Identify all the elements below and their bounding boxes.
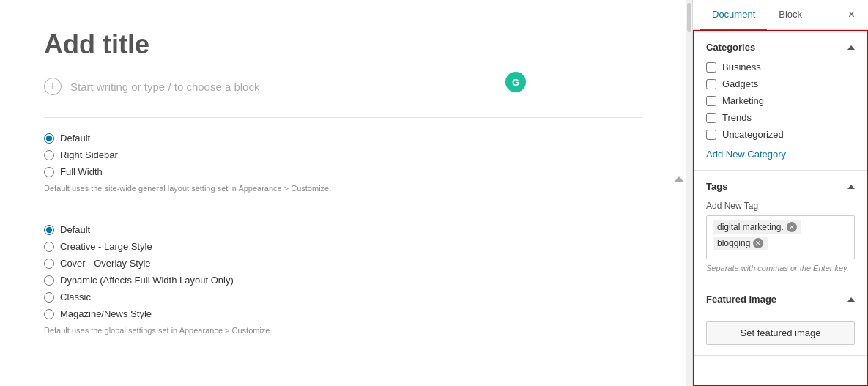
- tab-document[interactable]: Document: [700, 0, 767, 30]
- featured-image-chevron-icon: [847, 297, 855, 302]
- categories-section: Categories Business Gadgets Marketing: [694, 31, 867, 171]
- category-uncategorized[interactable]: Uncategorized: [706, 129, 855, 140]
- layout2-radio-cover[interactable]: [44, 259, 54, 269]
- featured-image-section: Featured Image Set featured image: [694, 283, 867, 356]
- category-gadgets-checkbox[interactable]: [706, 79, 716, 89]
- layout2-radio-default[interactable]: [44, 225, 54, 235]
- layout-option-default[interactable]: Default: [44, 133, 642, 144]
- layout2-radio-classic[interactable]: [44, 292, 54, 303]
- layout-radio-full-width[interactable]: [44, 167, 54, 177]
- layout-section-2: Default Creative - Large Style Cover - O…: [44, 224, 642, 336]
- tag-chip-digital-marketing: digital marketing. ✕: [713, 220, 801, 234]
- layout-hint-2: Default uses the global settings set in …: [44, 325, 642, 336]
- layout-hint-1: Default uses the site-wide general layou…: [44, 183, 642, 194]
- layout2-radio-magazine[interactable]: [44, 309, 54, 319]
- tag-chip-blogging: blogging ✕: [713, 237, 768, 250]
- tags-header[interactable]: Tags: [706, 181, 855, 192]
- featured-image-header[interactable]: Featured Image: [706, 294, 855, 305]
- layout-radio-group-2: Default Creative - Large Style Cover - O…: [44, 224, 642, 319]
- post-title[interactable]: Add title: [44, 29, 642, 60]
- scroll-up-indicator[interactable]: [675, 176, 683, 182]
- layout-radio-right-sidebar[interactable]: [44, 150, 54, 160]
- category-trends-checkbox[interactable]: [706, 113, 716, 123]
- categories-header[interactable]: Categories: [706, 42, 855, 53]
- layout2-option-classic[interactable]: Classic: [44, 292, 642, 303]
- block-placeholder-row: + Start writing or type / to choose a bl…: [44, 78, 642, 95]
- tag-remove-digital-marketing[interactable]: ✕: [787, 222, 797, 232]
- add-block-button[interactable]: +: [44, 78, 62, 95]
- add-new-category-link[interactable]: Add New Category: [706, 149, 786, 160]
- layout-section-1: Default Right Sidebar Full Width Default…: [44, 133, 642, 194]
- category-business[interactable]: Business: [706, 62, 855, 73]
- category-business-checkbox[interactable]: [706, 62, 716, 73]
- category-marketing[interactable]: Marketing: [706, 95, 855, 106]
- set-featured-image-button[interactable]: Set featured image: [706, 321, 855, 345]
- section-divider-2: [44, 209, 642, 209]
- editor-area: Add title + Start writing or type / to c…: [0, 0, 686, 386]
- layout2-option-default[interactable]: Default: [44, 224, 642, 235]
- tab-block[interactable]: Block: [767, 0, 814, 30]
- layout2-option-cover[interactable]: Cover - Overlay Style: [44, 258, 642, 269]
- grammarly-icon: G: [505, 72, 526, 92]
- categories-chevron-icon: [847, 45, 855, 50]
- layout2-radio-creative[interactable]: [44, 242, 54, 252]
- tags-section: Tags Add New Tag digital marketing. ✕ bl…: [694, 171, 867, 283]
- block-placeholder-text: Start writing or type / to choose a bloc…: [70, 81, 259, 93]
- layout2-option-creative[interactable]: Creative - Large Style: [44, 241, 642, 252]
- sidebar-tabs: Document Block ×: [693, 0, 868, 30]
- layout-radio-default[interactable]: [44, 133, 54, 144]
- layout2-option-magazine[interactable]: Magazine/News Style: [44, 308, 642, 319]
- tag-hint: Separate with commas or the Enter key.: [706, 264, 855, 272]
- category-marketing-checkbox[interactable]: [706, 96, 716, 106]
- tag-input-box[interactable]: digital marketing. ✕ blogging ✕: [706, 215, 855, 259]
- add-new-tag-label: Add New Tag: [706, 201, 855, 211]
- sidebar-panel: Document Block × Categories Business Gad…: [692, 0, 868, 386]
- category-trends[interactable]: Trends: [706, 112, 855, 123]
- featured-image-title: Featured Image: [706, 294, 776, 305]
- close-sidebar-button[interactable]: ×: [842, 2, 861, 27]
- section-divider: [44, 117, 642, 118]
- layout-option-full-width[interactable]: Full Width: [44, 166, 642, 177]
- layout2-radio-dynamic[interactable]: [44, 275, 54, 286]
- categories-list: Business Gadgets Marketing Trends Uncate…: [706, 62, 855, 140]
- scrollbar[interactable]: [686, 0, 692, 386]
- scroll-thumb[interactable]: [687, 3, 691, 32]
- categories-title: Categories: [706, 42, 755, 53]
- tags-title: Tags: [706, 181, 727, 192]
- tags-chevron-icon: [847, 185, 855, 189]
- category-uncategorized-checkbox[interactable]: [706, 130, 716, 140]
- layout2-option-dynamic[interactable]: Dynamic (Affects Full Width Layout Only): [44, 275, 642, 286]
- layout-option-right-sidebar[interactable]: Right Sidebar: [44, 149, 642, 160]
- tag-remove-blogging[interactable]: ✕: [753, 238, 763, 248]
- sidebar-content: Categories Business Gadgets Marketing: [693, 30, 868, 386]
- category-gadgets[interactable]: Gadgets: [706, 78, 855, 89]
- layout-radio-group-1: Default Right Sidebar Full Width: [44, 133, 642, 177]
